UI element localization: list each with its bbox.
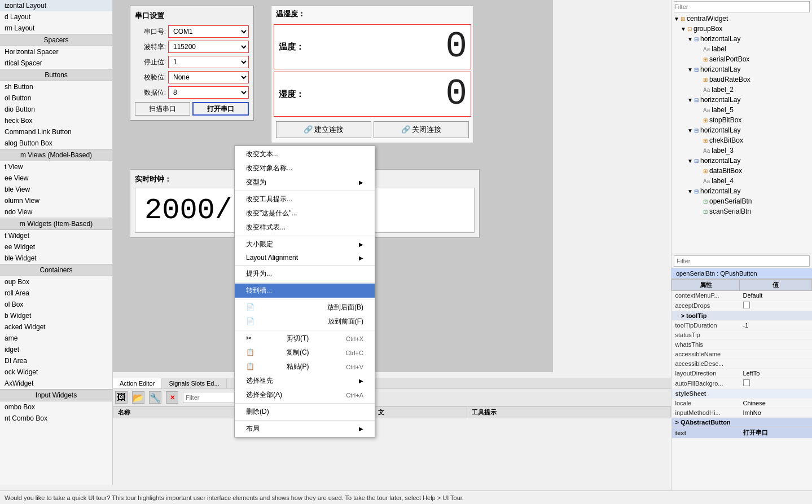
tree-node-hlayout3[interactable]: ▼ ⊟ horizontalLay: [671, 95, 812, 105]
widget-font-combo-box[interactable]: nt Combo Box: [0, 413, 112, 424]
menu-layout[interactable]: 布局 ▶: [235, 422, 375, 436]
widget-idget[interactable]: idget: [0, 344, 112, 355]
widget-check-box[interactable]: heck Box: [0, 115, 112, 126]
close-connection-button[interactable]: 🔗 关闭连接: [374, 121, 469, 138]
widget-dialog-button-box[interactable]: alog Button Box: [0, 138, 112, 149]
tree-node-openserialbtn[interactable]: ⊡ openSerialBtn: [671, 196, 812, 206]
widget-dock-widget[interactable]: ock Widget: [0, 366, 112, 378]
tree-node-stopbitbox[interactable]: ⊞ stopBitBox: [671, 115, 812, 125]
widget-scroll-area[interactable]: roll Area: [0, 288, 112, 299]
tree-expand-hlayout4-icon[interactable]: ▼: [687, 127, 694, 134]
menu-go-to-slot[interactable]: 转到槽...: [235, 284, 375, 298]
tree-expand-hlayout6-icon[interactable]: ▼: [687, 188, 694, 194]
baud-rate-select[interactable]: 115200: [168, 41, 249, 53]
menu-change-text[interactable]: 改变文本...: [235, 147, 375, 161]
parity-select[interactable]: None: [168, 71, 249, 83]
tree-node-hlayout5[interactable]: ▼ ⊟ horizontalLay: [671, 156, 812, 166]
widget-ax-widget[interactable]: AxWidget: [0, 378, 112, 389]
widget-stacked-widget[interactable]: acked Widget: [0, 321, 112, 333]
toolbar-edit-button[interactable]: 🔧: [149, 391, 161, 404]
establish-connection-button[interactable]: 🔗 建立连接: [276, 121, 371, 138]
autofill-checkbox[interactable]: [743, 379, 750, 386]
menu-delete[interactable]: 删除(D): [235, 405, 375, 419]
stop-bit-select[interactable]: 1: [168, 56, 249, 68]
tree-node-hlayout1[interactable]: ▼ ⊟ horizontalLay: [671, 34, 812, 44]
menu-select-ancestor[interactable]: 选择祖先 ▶: [235, 374, 375, 388]
widget-column-view[interactable]: olumn View: [0, 195, 112, 206]
tree-node-groupbox[interactable]: ▼ ⊡ groupBox: [671, 24, 812, 34]
menu-change-whatsthis[interactable]: 改变"这是什么"...: [235, 206, 375, 220]
widget-list-view[interactable]: t View: [0, 161, 112, 173]
tree-expand-hlayout2-icon[interactable]: ▼: [687, 67, 694, 73]
widget-radio-button[interactable]: dio Button: [0, 104, 112, 115]
layout-item-form[interactable]: rm Layout: [0, 23, 112, 34]
layout-item-horizontal[interactable]: izontal Layout: [0, 0, 112, 11]
props-filter-input[interactable]: [674, 255, 810, 267]
layout-item-grid[interactable]: d Layout: [0, 11, 112, 23]
widget-push-button[interactable]: sh Button: [0, 81, 112, 92]
menu-layout-alignment[interactable]: Layout Alignment ▶: [235, 251, 375, 264]
tree-node-hlayout4[interactable]: ▼ ⊟ horizontalLay: [671, 125, 812, 135]
section-containers: Containers: [0, 264, 112, 276]
tree-node-label5[interactable]: Aa label_5: [671, 105, 812, 115]
open-serial-button[interactable]: 打开串口: [192, 102, 249, 116]
tree-node-serialportbox[interactable]: ⊞ serialPortBox: [671, 54, 812, 64]
tree-filter-input[interactable]: [674, 1, 810, 12]
tree-node-hlayout2[interactable]: ▼ ⊟ horizontalLay: [671, 64, 812, 74]
widget-command-link[interactable]: Command Link Button: [0, 126, 112, 138]
toolbar-delete-button[interactable]: ✕: [166, 391, 178, 404]
widget-tool-button[interactable]: ol Button: [0, 92, 112, 104]
tree-node-hlayout6[interactable]: ▼ ⊟ horizontalLay: [671, 186, 812, 196]
widget-tree-view[interactable]: ee View: [0, 173, 112, 184]
widget-mdi-area[interactable]: DI Area: [0, 355, 112, 366]
widget-combo-box[interactable]: ombo Box: [0, 401, 112, 413]
tree-node-centralwidget[interactable]: ▼ ⊞ centralWidget: [671, 14, 812, 24]
tab-action-editor[interactable]: Action Editor: [113, 378, 162, 388]
tree-expand-hlayout5-icon[interactable]: ▼: [687, 158, 694, 164]
serial-port-row: 串口号: COM1: [135, 25, 249, 38]
widget-tool-box[interactable]: ol Box: [0, 299, 112, 310]
menu-size-constraint[interactable]: 大小限定 ▶: [235, 237, 375, 251]
widget-tab-widget[interactable]: b Widget: [0, 310, 112, 321]
toolbar-new-button[interactable]: 🖼: [115, 391, 128, 404]
widget-table-view[interactable]: ble View: [0, 184, 112, 195]
tree-node-baudratebox[interactable]: ⊞ baudRateBox: [671, 74, 812, 85]
tree-node-databitbox[interactable]: ⊞ dataBitBox: [671, 166, 812, 176]
tree-node-label2[interactable]: Aa label_2: [671, 85, 812, 95]
menu-change-tooltip[interactable]: 改变工具提示...: [235, 192, 375, 206]
widget-undo-view[interactable]: ndo View: [0, 206, 112, 218]
widget-frame[interactable]: ame: [0, 333, 112, 344]
tree-expand-hlayout3-icon[interactable]: ▼: [687, 97, 694, 103]
tree-node-label3[interactable]: Aa label_3: [671, 145, 812, 156]
tree-expand-hlayout1-icon[interactable]: ▼: [687, 36, 694, 42]
menu-change-object-name[interactable]: 改变对象名称...: [235, 161, 375, 175]
menu-bring-to-front[interactable]: 📄 放到前面(F): [235, 315, 375, 329]
tree-node-chekbitbox[interactable]: ⊞ chekBitBox: [671, 135, 812, 145]
menu-copy[interactable]: 📋 复制(C) Ctrl+C: [235, 346, 375, 360]
tree-expand-centralwidget-icon[interactable]: ▼: [674, 16, 681, 22]
tab-signals-slots[interactable]: Signals Slots Ed...: [162, 378, 226, 388]
menu-select-all[interactable]: 选择全部(A) Ctrl+A: [235, 388, 375, 402]
scanserialbtn-icon: ⊡: [703, 209, 708, 215]
data-bit-select[interactable]: 8: [168, 86, 249, 99]
accept-drops-checkbox[interactable]: [743, 302, 750, 308]
widget-list-widget[interactable]: t Widget: [0, 230, 112, 241]
menu-cut[interactable]: ✂ 剪切(T) Ctrl+X: [235, 331, 375, 346]
serial-port-select[interactable]: COM1: [168, 25, 249, 38]
spacer-vertical[interactable]: rtical Spacer: [0, 58, 112, 69]
spacer-horizontal[interactable]: Horizontal Spacer: [0, 46, 112, 58]
widget-tree-widget[interactable]: ee Widget: [0, 241, 112, 253]
menu-paste[interactable]: 📋 粘贴(P) Ctrl+V: [235, 360, 375, 374]
widget-table-widget[interactable]: ble Widget: [0, 253, 112, 264]
tree-node-label4[interactable]: Aa label_4: [671, 176, 812, 186]
tree-expand-groupbox-icon[interactable]: ▼: [681, 26, 687, 32]
widget-group-box[interactable]: oup Box: [0, 276, 112, 288]
menu-send-to-back[interactable]: 📄 放到后面(B): [235, 300, 375, 315]
toolbar-open-button[interactable]: 📂: [132, 391, 144, 404]
tree-node-scanserialbtn[interactable]: ⊡ scanSerialBtn: [671, 206, 812, 216]
menu-morph[interactable]: 变型为 ▶: [235, 175, 375, 189]
menu-change-stylesheet[interactable]: 改变样式表...: [235, 220, 375, 235]
tree-node-label[interactable]: Aa label: [671, 44, 812, 54]
scan-serial-button[interactable]: 扫描串口: [135, 102, 190, 116]
menu-promote[interactable]: 提升为...: [235, 267, 375, 281]
